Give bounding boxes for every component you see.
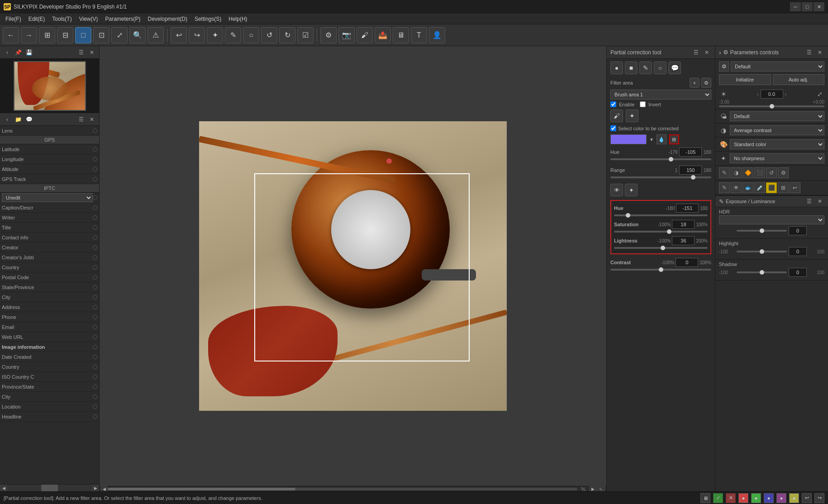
toolbar-zoom-btn[interactable]: 🔍 (129, 27, 146, 43)
toolbar-check-btn[interactable]: ☑ (297, 27, 314, 43)
left-scroll-left[interactable]: ◀ (0, 485, 7, 492)
menu-tools[interactable]: Tools(T) (48, 15, 75, 23)
toolbar-grid2-btn[interactable]: ⊟ (57, 27, 73, 43)
left-panel-close-btn[interactable]: ✕ (87, 48, 96, 57)
toolbar-rotate-r-btn[interactable]: ↻ (279, 27, 295, 43)
brightness-select[interactable]: Default (730, 111, 824, 121)
view-eye-btn[interactable]: 👁 (610, 184, 623, 196)
range-track[interactable] (610, 176, 711, 178)
filter-settings-btn[interactable]: ⚙ (701, 78, 711, 88)
menu-help[interactable]: Help(H) (225, 15, 251, 23)
menu-edit[interactable]: Edit(E) (25, 15, 49, 23)
sharpness-select[interactable]: No sharpness (730, 153, 824, 163)
left-panel-save-btn[interactable]: 💾 (24, 48, 33, 57)
brush-icon-1[interactable]: 🖌 (610, 109, 623, 122)
left-panel-pin-btn[interactable]: 📌 (14, 48, 23, 57)
highlight-track[interactable] (737, 251, 787, 252)
toolbar-forward-btn[interactable]: → (21, 27, 37, 43)
highlight-val[interactable]: 0 (789, 247, 807, 256)
props-folder-btn[interactable]: 📁 (14, 115, 23, 124)
tool-icon-11[interactable]: ⊞ (778, 182, 789, 193)
canvas-scrollbar-h[interactable]: ◀ % ▶ ⤡ (100, 486, 606, 491)
pct-ellipse-tool[interactable]: ○ (654, 62, 666, 74)
exp-close-btn[interactable]: ✕ (815, 197, 824, 206)
toolbar-circle-btn[interactable]: ○ (243, 27, 259, 43)
invert-checkbox[interactable] (640, 101, 646, 107)
maximize-button[interactable]: □ (802, 2, 813, 11)
brush-area-select[interactable]: Brush area 1 (610, 90, 711, 100)
auto-adj-button[interactable]: Auto adj. (773, 74, 825, 85)
hsl-hue-track[interactable] (614, 214, 708, 216)
status-redo-btn[interactable]: ↪ (814, 493, 824, 503)
filter-add-btn[interactable]: + (690, 78, 700, 88)
iptc-select[interactable]: Unedit (2, 193, 93, 202)
pct-rect-tool[interactable]: ■ (625, 62, 638, 74)
toolbar-paint-btn[interactable]: 🖌 (357, 27, 373, 43)
contrast-select[interactable]: Average contrast (730, 125, 824, 135)
left-scroll-right[interactable]: ▶ (92, 485, 99, 492)
left-panel-menu-btn[interactable]: ☰ (76, 48, 86, 57)
toolbar-warn-btn[interactable]: ⚠ (148, 27, 164, 43)
pct-circle-tool[interactable]: ● (610, 62, 623, 74)
status-blue-dot[interactable]: ● (764, 493, 774, 503)
hsl-light-track[interactable] (614, 247, 708, 249)
exp-menu-btn[interactable]: ☰ (804, 197, 814, 206)
color-select[interactable]: Standard color (730, 139, 824, 149)
props-close-btn[interactable]: ✕ (87, 115, 96, 124)
status-red-dot[interactable]: ● (738, 493, 748, 503)
menu-settings[interactable]: Settings(S) (191, 15, 225, 23)
tool-icon-9[interactable]: 🐟 (742, 182, 753, 193)
params-close-btn[interactable]: ✕ (815, 48, 824, 57)
canvas-scroll-left[interactable]: ◀ (100, 485, 108, 492)
tool-icon-4[interactable]: ⬛ (754, 167, 765, 178)
hsl-hue-val[interactable]: -151 (676, 204, 699, 213)
params-preset-select[interactable]: Default (731, 62, 824, 71)
tool-icon-highlight[interactable]: ⬛ (766, 182, 777, 193)
params-gear-icon[interactable]: ⚙ (719, 62, 729, 71)
shadow-track[interactable] (737, 271, 787, 273)
toolbar-monitor-btn[interactable]: 🖥 (393, 27, 409, 43)
toolbar-rotate-l-btn[interactable]: ↺ (261, 27, 277, 43)
left-scroll-track[interactable] (7, 485, 92, 491)
toolbar-develop-btn[interactable]: ✦ (207, 27, 223, 43)
canvas-h-track[interactable] (108, 488, 577, 490)
toolbar-settings-btn[interactable]: ⚙ (320, 27, 337, 43)
exposure-arrow-right[interactable]: › (785, 92, 786, 97)
menu-parameters[interactable]: Parameters(P) (102, 15, 144, 23)
status-green-dot[interactable]: ● (751, 493, 761, 503)
props-nav-prev[interactable]: ‹ (3, 115, 12, 124)
view-star-btn[interactable]: ✦ (625, 184, 638, 196)
toolbar-back-btn[interactable]: ← (3, 27, 19, 43)
hsl-sat-val[interactable]: 18 (672, 220, 695, 229)
status-yellow-dot[interactable]: ● (789, 493, 799, 503)
contrast-val[interactable]: 0 (676, 258, 698, 267)
hdr-track[interactable] (737, 230, 787, 232)
toolbar-redo-btn[interactable]: ↪ (189, 27, 205, 43)
props-menu-btn[interactable]: ☰ (76, 115, 86, 124)
enable-checkbox[interactable] (610, 101, 616, 107)
pct-pen-tool[interactable]: ✎ (639, 62, 652, 74)
status-check-1[interactable]: ✓ (713, 493, 723, 503)
hsl-sat-track[interactable] (614, 231, 708, 233)
color-dropdown-arrow[interactable]: ▼ (649, 137, 654, 142)
hdr-val[interactable]: 0 (789, 226, 807, 235)
toolbar-fit-btn[interactable]: ⤢ (111, 27, 128, 43)
props-speech-btn[interactable]: 💬 (24, 115, 33, 124)
toolbar-single-btn[interactable]: □ (75, 27, 91, 43)
status-purple-dot[interactable]: ● (776, 493, 786, 503)
close-button[interactable]: ✕ (814, 2, 824, 11)
exposure-val-box[interactable]: 0.0 (761, 90, 783, 99)
color-eyedropper-btn[interactable]: 💧 (657, 134, 666, 144)
brush-icon-2[interactable]: ✦ (626, 109, 638, 122)
tool-icon-3[interactable]: 🔶 (742, 167, 753, 178)
color-grid-btn[interactable]: ⊞ (669, 134, 679, 144)
hsl-light-val[interactable]: 36 (672, 236, 695, 245)
tool-icon-7[interactable]: ✎ (719, 182, 730, 193)
tool-icon-8[interactable]: 👁 (731, 182, 742, 193)
menu-development[interactable]: Development(D) (144, 15, 191, 23)
minimize-button[interactable]: ─ (790, 2, 801, 11)
hue-val-box[interactable]: -105 (679, 147, 702, 157)
tool-icon-10[interactable]: 💉 (754, 182, 765, 193)
pct-speech-tool[interactable]: 💬 (668, 62, 681, 74)
toolbar-grid-btn[interactable]: ⊞ (39, 27, 55, 43)
